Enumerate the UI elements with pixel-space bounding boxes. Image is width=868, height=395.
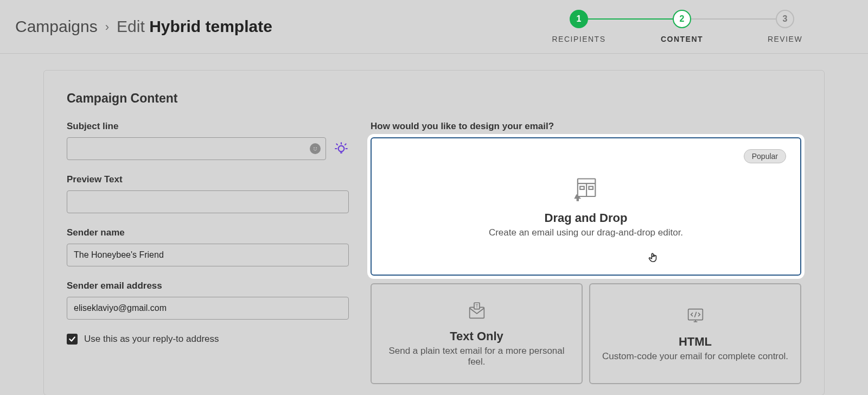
preview-text-input[interactable] bbox=[67, 190, 349, 213]
option-text-only[interactable]: T Text Only Send a plain text email for … bbox=[371, 283, 583, 384]
breadcrumb-title: Hybrid template bbox=[149, 17, 272, 35]
svg-line-7 bbox=[345, 144, 346, 145]
subject-input[interactable] bbox=[67, 137, 326, 160]
svg-rect-13 bbox=[589, 186, 593, 189]
html-desc: Custom-code your email for complete cont… bbox=[602, 351, 788, 362]
design-question: How would you like to design your email? bbox=[371, 121, 801, 132]
sender-email-label: Sender email address bbox=[67, 281, 349, 291]
step-connector-2 bbox=[691, 18, 776, 20]
popular-badge: Popular bbox=[744, 149, 786, 163]
html-icon bbox=[685, 305, 706, 327]
design-column: How would you like to design your email?… bbox=[371, 121, 801, 384]
preview-text-field: Preview Text bbox=[67, 174, 349, 213]
option-html[interactable]: HTML Custom-code your email for complete… bbox=[589, 283, 801, 384]
hand-cursor-icon bbox=[647, 251, 659, 264]
sender-name-input[interactable] bbox=[67, 244, 349, 266]
svg-line-18 bbox=[694, 312, 696, 317]
lightbulb-icon[interactable] bbox=[334, 141, 349, 156]
svg-rect-12 bbox=[580, 186, 584, 189]
content-card: Campaign Content Subject line bbox=[43, 70, 825, 395]
option-drag-and-drop[interactable]: Popular Drag and Drop Create an email us… bbox=[371, 137, 801, 276]
step-recipients[interactable]: 1 RECIPIENTS bbox=[527, 10, 630, 43]
step-3-circle: 3 bbox=[776, 10, 794, 28]
breadcrumb-edit: Edit bbox=[117, 17, 145, 35]
sender-name-field: Sender name bbox=[67, 227, 349, 266]
svg-point-0 bbox=[314, 148, 315, 149]
step-review[interactable]: 3 REVIEW bbox=[733, 10, 837, 43]
svg-point-1 bbox=[316, 148, 317, 149]
subject-label: Subject line bbox=[67, 121, 349, 132]
stepper: 1 RECIPIENTS 2 CONTENT 3 REVIEW bbox=[527, 10, 853, 43]
sender-email-input[interactable] bbox=[67, 297, 349, 320]
breadcrumb-root[interactable]: Campaigns bbox=[15, 17, 98, 36]
textonly-desc: Send a plain text email for a more perso… bbox=[382, 346, 571, 367]
textonly-title: Text Only bbox=[450, 329, 503, 343]
html-title: HTML bbox=[679, 335, 712, 349]
emoji-icon[interactable] bbox=[310, 143, 321, 154]
chevron-right-icon: › bbox=[105, 20, 109, 34]
card-heading: Campaign Content bbox=[67, 91, 801, 106]
reply-to-label: Use this as your reply-to address bbox=[84, 334, 219, 345]
svg-text:T: T bbox=[475, 303, 478, 309]
preview-text-label: Preview Text bbox=[67, 174, 349, 185]
dragdrop-desc: Create an email using our drag-and-drop … bbox=[489, 227, 683, 238]
step-connector-1 bbox=[588, 18, 673, 20]
step-1-label: RECIPIENTS bbox=[552, 35, 605, 43]
step-content[interactable]: 2 CONTENT bbox=[630, 10, 733, 43]
dragdrop-title: Drag and Drop bbox=[545, 211, 628, 225]
breadcrumb: Campaigns › Edit Hybrid template bbox=[15, 17, 272, 36]
reply-to-checkbox-row: Use this as your reply-to address bbox=[67, 334, 349, 345]
form-column: Subject line bbox=[67, 121, 349, 384]
svg-line-6 bbox=[336, 144, 337, 145]
step-1-circle: 1 bbox=[570, 10, 588, 28]
subject-field: Subject line bbox=[67, 121, 349, 160]
step-3-label: REVIEW bbox=[768, 35, 802, 43]
svg-point-2 bbox=[339, 146, 344, 152]
reply-to-checkbox[interactable] bbox=[67, 334, 78, 345]
page-header: Campaigns › Edit Hybrid template 1 RECIP… bbox=[0, 0, 868, 54]
drag-drop-icon bbox=[572, 175, 600, 203]
sender-email-field: Sender email address bbox=[67, 281, 349, 320]
text-only-icon: T bbox=[466, 300, 488, 322]
step-2-circle: 2 bbox=[673, 10, 691, 28]
step-2-label: CONTENT bbox=[661, 35, 703, 43]
sender-name-label: Sender name bbox=[67, 227, 349, 238]
